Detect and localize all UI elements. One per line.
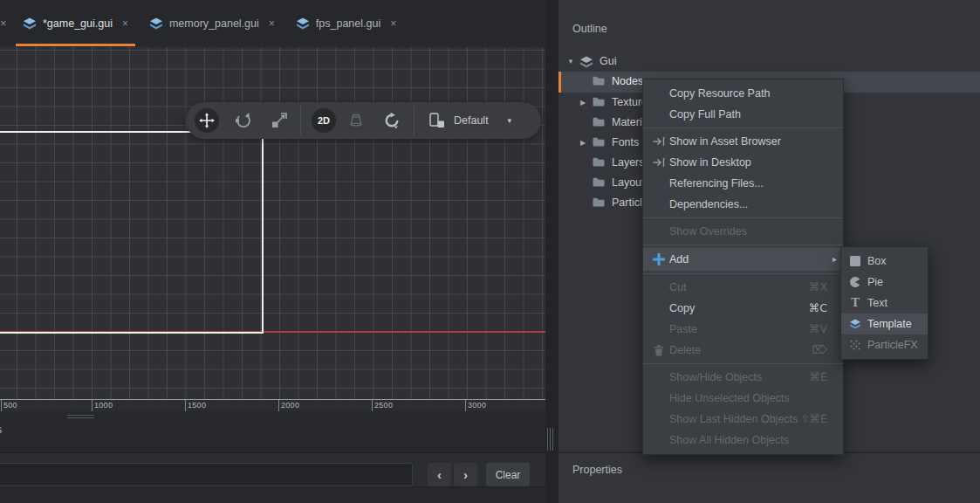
scale-tool-icon xyxy=(271,112,288,129)
tree-label: Fonts xyxy=(612,136,639,148)
menu-item-dependencies[interactable]: Dependencies... xyxy=(643,194,843,215)
outline-context-menu: Copy Resource Path Copy Full Path Show i… xyxy=(642,79,844,455)
shortcut-label: ⌘C xyxy=(809,298,827,319)
expand-icon[interactable]: ▶ xyxy=(580,139,586,147)
menu-item-show-hide-objects: Show/Hide Objects ⌘E xyxy=(643,367,843,388)
folder-icon xyxy=(593,76,605,86)
tab-game-gui[interactable]: *game_gui.gui × xyxy=(12,0,139,47)
ruler-label: 500 xyxy=(3,401,17,410)
chevron-down-icon: ▾ xyxy=(508,116,512,125)
folder-icon xyxy=(593,97,605,107)
tree-label: Gui xyxy=(600,55,616,67)
next-match-button[interactable]: › xyxy=(454,463,477,486)
device-icon xyxy=(426,113,445,128)
tree-label: Layers xyxy=(612,156,645,169)
folder-icon xyxy=(593,177,605,187)
menu-item-copy[interactable]: Copy ⌘C xyxy=(643,298,843,319)
clear-button[interactable]: Clear xyxy=(486,463,530,486)
perspective-camera-button[interactable] xyxy=(347,112,365,129)
menu-separator xyxy=(643,273,843,274)
folder-icon xyxy=(593,137,605,147)
gui-canvas-bounds xyxy=(0,131,264,334)
ruler-tick xyxy=(185,400,186,411)
prev-match-button[interactable]: ‹ xyxy=(428,463,451,486)
console-toolbar: ‹ › Clear xyxy=(0,452,545,487)
tab-bar: × *game_gui.gui × memory_pane xyxy=(0,0,545,47)
outline-panel-title: Outline xyxy=(572,23,607,35)
toolbar-separator xyxy=(414,106,415,135)
jump-to-icon xyxy=(651,131,667,152)
menu-item-hide-unselected-objects: Hide Unselected Objects xyxy=(643,388,843,409)
ruler-label: 2000 xyxy=(281,401,299,410)
2d-mode-button[interactable]: 2D xyxy=(312,108,336,133)
active-tab-underline xyxy=(16,44,135,46)
reset-camera-button[interactable] xyxy=(383,112,401,129)
rotate-tool-button[interactable] xyxy=(235,112,252,129)
box-node-icon xyxy=(847,251,863,272)
menu-item-show-in-asset-browser[interactable]: Show in Asset Browser xyxy=(643,131,843,152)
menu-item-copy-resource-path[interactable]: Copy Resource Path xyxy=(643,83,843,104)
tree-row-gui[interactable]: ▼ Gui xyxy=(559,52,980,72)
move-tool-icon xyxy=(199,113,215,128)
vertical-split-divider[interactable] xyxy=(545,0,559,503)
jump-to-icon xyxy=(651,152,667,173)
scale-tool-button[interactable] xyxy=(271,112,288,129)
device-profile-button[interactable] xyxy=(426,113,445,128)
collapse-icon[interactable]: ▼ xyxy=(567,58,574,65)
add-submenu: Box Pie T Text Template xyxy=(840,246,929,360)
submenu-arrow-icon: ▸ xyxy=(833,248,837,271)
close-icon[interactable]: × xyxy=(122,17,128,30)
trash-icon xyxy=(651,340,667,361)
gui-scene-icon xyxy=(579,56,593,68)
camera-profile-dropdown[interactable]: Default xyxy=(454,114,489,127)
close-icon[interactable]: × xyxy=(269,17,275,30)
ruler-label: 3000 xyxy=(468,401,486,410)
console-search-input[interactable] xyxy=(0,463,413,486)
move-tool-button[interactable] xyxy=(195,108,219,133)
ruler-tick xyxy=(1,400,2,411)
gui-scene-icon xyxy=(23,17,37,30)
submenu-item-pie[interactable]: Pie xyxy=(841,272,928,293)
tab-label: fps_panel.gui xyxy=(316,17,380,30)
menu-separator xyxy=(643,363,843,364)
frustum-icon xyxy=(347,112,365,129)
folder-icon xyxy=(593,197,605,207)
camera-rotate-icon xyxy=(383,112,401,129)
menu-item-show-in-desktop[interactable]: Show in Desktop xyxy=(643,152,843,173)
menu-separator xyxy=(643,217,843,218)
tab-fps-panel[interactable]: fps_panel.gui × xyxy=(285,0,407,47)
toolbar-separator xyxy=(300,106,301,135)
text-node-icon: T xyxy=(847,293,863,314)
menu-item-add[interactable]: Add ▸ xyxy=(643,248,843,271)
rotate-tool-icon xyxy=(235,112,252,129)
ruler-tick xyxy=(92,400,93,411)
scene-viewport[interactable]: 2D xyxy=(0,47,545,399)
properties-panel-title: Properties xyxy=(572,464,622,476)
menu-item-referencing-files[interactable]: Referencing Files... xyxy=(643,173,843,194)
submenu-item-text[interactable]: T Text xyxy=(841,293,928,314)
ruler-label: 1500 xyxy=(188,401,206,410)
submenu-item-box[interactable]: Box xyxy=(841,251,928,272)
pie-node-icon xyxy=(847,272,863,293)
menu-item-show-all-hidden-objects: Show All Hidden Objects xyxy=(643,430,843,451)
tab-label: memory_panel.gui xyxy=(169,17,259,30)
expand-icon[interactable]: ▶ xyxy=(580,99,586,107)
tab-memory-panel[interactable]: memory_panel.gui × xyxy=(139,0,285,47)
menu-item-cut: Cut ⌘X xyxy=(643,277,843,298)
menu-item-paste: Paste ⌘V xyxy=(643,319,843,340)
close-icon[interactable]: × xyxy=(390,17,396,30)
ruler-label: 2500 xyxy=(374,401,393,410)
folder-icon xyxy=(593,117,605,127)
menu-item-copy-full-path[interactable]: Copy Full Path xyxy=(643,104,843,125)
template-node-icon xyxy=(847,314,863,334)
tab-label: *game_gui.gui xyxy=(43,17,113,30)
shortcut-label: ⌦ xyxy=(812,340,827,361)
shortcut-label: ⇧⌘E xyxy=(800,409,827,430)
horizontal-split-handle[interactable] xyxy=(67,415,94,420)
gui-scene-icon xyxy=(149,17,163,30)
submenu-item-particlefx[interactable]: ParticleFX xyxy=(841,334,928,355)
submenu-item-template[interactable]: Template xyxy=(841,314,928,334)
center-pane: × *game_gui.gui × memory_pane xyxy=(0,0,545,503)
menu-item-show-overrides: Show Overrides xyxy=(643,221,843,242)
close-icon[interactable]: × xyxy=(0,17,12,30)
